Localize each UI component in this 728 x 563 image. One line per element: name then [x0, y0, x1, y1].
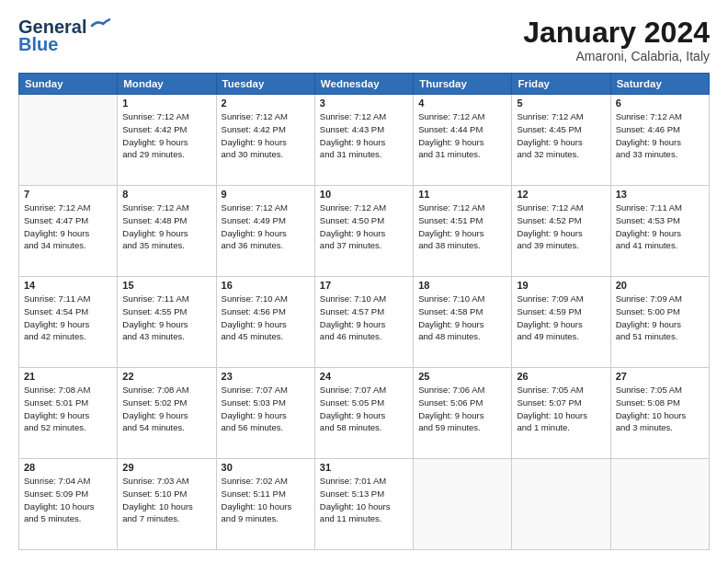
day-number: 16 — [222, 280, 310, 291]
day-number: 24 — [320, 371, 408, 382]
calendar-cell: 24Sunrise: 7:07 AM Sunset: 5:05 PM Dayli… — [314, 368, 413, 459]
calendar-cell: 6Sunrise: 7:12 AM Sunset: 4:46 PM Daylig… — [610, 95, 709, 186]
calendar-cell: 15Sunrise: 7:11 AM Sunset: 4:55 PM Dayli… — [118, 277, 216, 368]
day-content: Sunrise: 7:08 AM Sunset: 5:01 PM Dayligh… — [24, 384, 112, 434]
calendar-cell: 13Sunrise: 7:11 AM Sunset: 4:53 PM Dayli… — [610, 186, 709, 277]
day-number: 12 — [517, 189, 605, 200]
day-content: Sunrise: 7:12 AM Sunset: 4:42 PM Dayligh… — [222, 110, 310, 161]
calendar-cell: 1Sunrise: 7:12 AM Sunset: 4:42 PM Daylig… — [118, 95, 216, 186]
calendar-header-row: SundayMondayTuesdayWednesdayThursdayFrid… — [19, 74, 710, 95]
day-content: Sunrise: 7:08 AM Sunset: 5:02 PM Dayligh… — [122, 384, 210, 434]
day-number: 17 — [320, 280, 408, 291]
day-number: 8 — [122, 189, 210, 200]
calendar-cell — [512, 459, 610, 550]
calendar-week-0: 1Sunrise: 7:12 AM Sunset: 4:42 PM Daylig… — [19, 95, 710, 186]
month-title: January 2024 — [523, 17, 710, 49]
day-content: Sunrise: 7:05 AM Sunset: 5:07 PM Dayligh… — [517, 384, 605, 434]
calendar-cell: 8Sunrise: 7:12 AM Sunset: 4:48 PM Daylig… — [118, 186, 216, 277]
day-content: Sunrise: 7:11 AM Sunset: 4:54 PM Dayligh… — [24, 293, 112, 343]
calendar-cell: 20Sunrise: 7:09 AM Sunset: 5:00 PM Dayli… — [610, 277, 709, 368]
calendar-cell: 9Sunrise: 7:12 AM Sunset: 4:49 PM Daylig… — [216, 186, 314, 277]
day-content: Sunrise: 7:12 AM Sunset: 4:46 PM Dayligh… — [616, 110, 704, 161]
calendar-table: SundayMondayTuesdayWednesdayThursdayFrid… — [18, 73, 710, 550]
day-content: Sunrise: 7:10 AM Sunset: 4:57 PM Dayligh… — [320, 293, 408, 343]
day-content: Sunrise: 7:12 AM Sunset: 4:49 PM Dayligh… — [222, 201, 310, 252]
day-number: 7 — [24, 189, 112, 200]
page: General Blue January 2024 Amaroni, Calab… — [0, 0, 728, 563]
calendar-week-2: 14Sunrise: 7:11 AM Sunset: 4:54 PM Dayli… — [19, 277, 710, 368]
day-content: Sunrise: 7:12 AM Sunset: 4:43 PM Dayligh… — [320, 110, 408, 161]
logo-blue: Blue — [18, 34, 58, 55]
day-header-friday: Friday — [512, 74, 610, 95]
calendar-week-1: 7Sunrise: 7:12 AM Sunset: 4:47 PM Daylig… — [19, 186, 710, 277]
calendar-cell: 18Sunrise: 7:10 AM Sunset: 4:58 PM Dayli… — [414, 277, 512, 368]
day-header-thursday: Thursday — [414, 74, 512, 95]
day-header-monday: Monday — [118, 74, 216, 95]
day-content: Sunrise: 7:12 AM Sunset: 4:52 PM Dayligh… — [517, 201, 605, 252]
title-block: January 2024 Amaroni, Calabria, Italy — [523, 17, 710, 63]
day-content: Sunrise: 7:05 AM Sunset: 5:08 PM Dayligh… — [616, 384, 704, 434]
day-header-saturday: Saturday — [610, 74, 709, 95]
calendar-cell: 17Sunrise: 7:10 AM Sunset: 4:57 PM Dayli… — [314, 277, 413, 368]
calendar-cell: 30Sunrise: 7:02 AM Sunset: 5:11 PM Dayli… — [216, 459, 314, 550]
calendar-cell: 16Sunrise: 7:10 AM Sunset: 4:56 PM Dayli… — [216, 277, 314, 368]
day-number: 4 — [418, 98, 506, 109]
calendar-cell: 12Sunrise: 7:12 AM Sunset: 4:52 PM Dayli… — [512, 186, 610, 277]
day-content: Sunrise: 7:12 AM Sunset: 4:45 PM Dayligh… — [517, 110, 605, 161]
day-number: 23 — [222, 371, 310, 382]
day-content: Sunrise: 7:11 AM Sunset: 4:55 PM Dayligh… — [122, 293, 210, 343]
calendar-cell: 26Sunrise: 7:05 AM Sunset: 5:07 PM Dayli… — [512, 368, 610, 459]
day-number: 6 — [616, 98, 704, 109]
header: General Blue January 2024 Amaroni, Calab… — [18, 17, 710, 63]
calendar-cell: 11Sunrise: 7:12 AM Sunset: 4:51 PM Dayli… — [414, 186, 512, 277]
day-number: 21 — [24, 371, 112, 382]
day-content: Sunrise: 7:10 AM Sunset: 4:58 PM Dayligh… — [418, 293, 506, 343]
day-number: 28 — [24, 462, 112, 473]
calendar-cell: 3Sunrise: 7:12 AM Sunset: 4:43 PM Daylig… — [314, 95, 413, 186]
day-content: Sunrise: 7:12 AM Sunset: 4:42 PM Dayligh… — [122, 110, 210, 161]
day-content: Sunrise: 7:11 AM Sunset: 4:53 PM Dayligh… — [616, 201, 704, 252]
day-content: Sunrise: 7:12 AM Sunset: 4:44 PM Dayligh… — [418, 110, 506, 161]
day-content: Sunrise: 7:04 AM Sunset: 5:09 PM Dayligh… — [24, 475, 112, 525]
day-content: Sunrise: 7:12 AM Sunset: 4:47 PM Dayligh… — [24, 201, 112, 252]
day-number: 1 — [122, 98, 210, 109]
day-number: 22 — [122, 371, 210, 382]
day-content: Sunrise: 7:09 AM Sunset: 5:00 PM Dayligh… — [616, 293, 704, 343]
calendar-cell: 22Sunrise: 7:08 AM Sunset: 5:02 PM Dayli… — [118, 368, 216, 459]
day-content: Sunrise: 7:02 AM Sunset: 5:11 PM Dayligh… — [222, 475, 310, 525]
day-content: Sunrise: 7:01 AM Sunset: 5:13 PM Dayligh… — [320, 475, 408, 525]
day-header-wednesday: Wednesday — [314, 74, 413, 95]
calendar-cell: 29Sunrise: 7:03 AM Sunset: 5:10 PM Dayli… — [118, 459, 216, 550]
day-number: 3 — [320, 98, 408, 109]
day-number: 27 — [616, 371, 704, 382]
calendar-cell: 31Sunrise: 7:01 AM Sunset: 5:13 PM Dayli… — [314, 459, 413, 550]
day-number: 10 — [320, 189, 408, 200]
day-content: Sunrise: 7:12 AM Sunset: 4:48 PM Dayligh… — [122, 201, 210, 252]
day-number: 15 — [122, 280, 210, 291]
calendar-cell: 28Sunrise: 7:04 AM Sunset: 5:09 PM Dayli… — [19, 459, 118, 550]
day-number: 2 — [222, 98, 310, 109]
day-number: 5 — [517, 98, 605, 109]
day-number: 9 — [222, 189, 310, 200]
calendar-cell: 7Sunrise: 7:12 AM Sunset: 4:47 PM Daylig… — [19, 186, 118, 277]
day-number: 26 — [517, 371, 605, 382]
day-content: Sunrise: 7:07 AM Sunset: 5:03 PM Dayligh… — [222, 384, 310, 434]
day-number: 20 — [616, 280, 704, 291]
day-content: Sunrise: 7:07 AM Sunset: 5:05 PM Dayligh… — [320, 384, 408, 434]
day-content: Sunrise: 7:12 AM Sunset: 4:51 PM Dayligh… — [418, 201, 506, 252]
day-number: 19 — [517, 280, 605, 291]
calendar-cell — [414, 459, 512, 550]
day-content: Sunrise: 7:09 AM Sunset: 4:59 PM Dayligh… — [517, 293, 605, 343]
day-number: 18 — [418, 280, 506, 291]
calendar-cell: 19Sunrise: 7:09 AM Sunset: 4:59 PM Dayli… — [512, 277, 610, 368]
day-number: 30 — [222, 462, 310, 473]
day-number: 11 — [418, 189, 506, 200]
location: Amaroni, Calabria, Italy — [523, 49, 710, 63]
day-content: Sunrise: 7:10 AM Sunset: 4:56 PM Dayligh… — [222, 293, 310, 343]
calendar-cell: 4Sunrise: 7:12 AM Sunset: 4:44 PM Daylig… — [414, 95, 512, 186]
calendar-cell — [19, 95, 118, 186]
day-header-tuesday: Tuesday — [216, 74, 314, 95]
calendar-cell: 27Sunrise: 7:05 AM Sunset: 5:08 PM Dayli… — [610, 368, 709, 459]
logo: General Blue — [18, 17, 110, 55]
day-number: 31 — [320, 462, 408, 473]
